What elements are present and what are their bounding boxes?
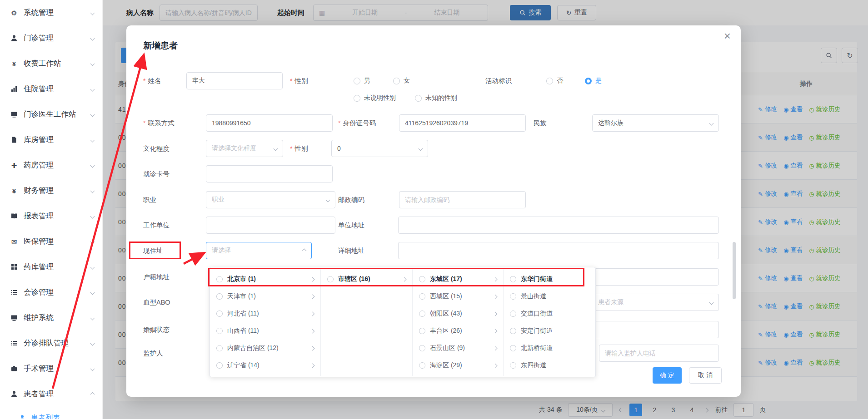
gender-unstated-radio[interactable]: 未说明性别 xyxy=(354,94,396,102)
cascader-item-donghuamen[interactable]: 东华门街道 xyxy=(504,271,596,288)
radio-icon xyxy=(510,362,516,369)
cancel-button[interactable]: 取 消 xyxy=(689,367,722,384)
work-unit-input[interactable] xyxy=(206,217,335,234)
cascader-item-tianjin[interactable]: 天津市 (1) xyxy=(210,288,320,305)
cascader-item-liaoning[interactable]: 辽宁省 (14) xyxy=(210,357,320,374)
visit-card-input[interactable] xyxy=(206,165,333,182)
radio-icon xyxy=(419,345,425,351)
sidebar-item-label: 维护系统 xyxy=(24,313,54,323)
detail-address-input[interactable] xyxy=(398,242,719,259)
detail-address-label: 详细地址 xyxy=(338,242,364,259)
postal-input[interactable] xyxy=(399,191,526,208)
cascader-item-fengtai[interactable]: 丰台区 (26) xyxy=(413,322,503,340)
sidebar-item-inpatient[interactable]: 住院管理 xyxy=(0,76,102,102)
sidebar-item-charging[interactable]: ¥ 收费工作站 xyxy=(0,51,102,76)
sidebar-item-surgery[interactable]: 手术管理 xyxy=(0,356,102,381)
yen-icon: ¥ xyxy=(10,59,18,68)
active-no-radio[interactable]: 否 xyxy=(546,77,563,85)
active-yes-radio[interactable]: 是 xyxy=(585,77,602,85)
radio-icon xyxy=(419,293,425,300)
sidebar-item-drug-store[interactable]: 药库管理 xyxy=(0,254,102,280)
radio-icon xyxy=(327,276,334,282)
close-icon[interactable]: × xyxy=(724,30,731,42)
chevron-right-icon xyxy=(493,311,498,316)
c ascader-item-dongsi[interactable]: 东四街道 xyxy=(504,357,596,374)
gender-female-radio[interactable]: 女 xyxy=(393,77,410,85)
sidebar-item-triage-queue[interactable]: 分诊排队管理 xyxy=(0,330,102,356)
gender-unknown-radio[interactable]: 未知的性别 xyxy=(415,94,457,102)
chevron-right-icon xyxy=(310,363,315,368)
grid-icon xyxy=(10,263,18,271)
cascader-item-xicheng[interactable]: 西城区 (15) xyxy=(413,288,503,305)
sidebar-item-label: 药房管理 xyxy=(24,160,54,170)
gender2-label: 性别 xyxy=(290,140,308,157)
id-number-input[interactable] xyxy=(399,114,526,132)
dialog-title: 新增患者 xyxy=(143,40,178,52)
cascader-item-shixiaqu[interactable]: 市辖区 (16) xyxy=(321,271,412,288)
sidebar-item-warehouse[interactable]: 库房管理 xyxy=(0,127,102,153)
ethnicity-select[interactable]: 达斡尔族 xyxy=(592,114,719,132)
sidebar-item-maintenance[interactable]: 维护系统 xyxy=(0,305,102,330)
sidebar-item-insurance[interactable]: ✉ 医保管理 xyxy=(0,229,102,254)
contact-input[interactable] xyxy=(206,114,333,132)
list-icon xyxy=(10,339,18,347)
sidebar-item-pharmacy[interactable]: ✚ 药房管理 xyxy=(0,153,102,178)
name-input[interactable] xyxy=(186,72,283,89)
chevron-down-icon xyxy=(90,239,95,244)
modal-scrollbar[interactable] xyxy=(733,242,736,299)
sidebar-item-patient-list[interactable]: 患者列表 xyxy=(0,407,102,419)
chevron-down-icon xyxy=(90,61,95,66)
chevron-right-icon xyxy=(310,294,315,299)
cascader-item-haidian[interactable]: 海淀区 (29) xyxy=(413,357,503,374)
cascader-item-dongcheng[interactable]: 东城区 (17) xyxy=(413,271,503,288)
sidebar-item-report[interactable]: 报表管理 xyxy=(0,203,102,229)
sidebar-item-label: 库房管理 xyxy=(24,135,54,145)
visit-card-label: 就诊卡号 xyxy=(143,165,170,182)
monitor-icon xyxy=(10,110,18,118)
radio-icon xyxy=(216,276,223,282)
chevron-right-icon xyxy=(493,294,498,299)
sidebar-item-outpatient-doctor[interactable]: 门诊医生工作站 xyxy=(0,102,102,127)
cascader-item-beijing[interactable]: 北京市 (1) xyxy=(210,271,320,288)
occupation-select[interactable]: 职业 xyxy=(206,191,335,208)
cascader-item-shanxi[interactable]: 山西省 (11) xyxy=(210,322,320,340)
sidebar-item-patient[interactable]: 患者管理 xyxy=(0,381,102,407)
monitor-icon xyxy=(10,314,18,322)
occupation-label: 职业 xyxy=(143,191,156,208)
sidebar-item-finance[interactable]: ¥ 财务管理 xyxy=(0,178,102,203)
sidebar-item-consultation[interactable]: 会诊管理 xyxy=(0,280,102,305)
radio-icon xyxy=(216,328,223,334)
marital-status-label: 婚姻状态 xyxy=(143,321,170,338)
radio-icon xyxy=(216,345,223,351)
cascader-item-shijingshan[interactable]: 石景山区 (9) xyxy=(413,340,503,357)
current-address-cascader-select[interactable]: 请选择 xyxy=(206,242,312,259)
cascader-item-jingshan[interactable]: 景山街道 xyxy=(504,288,596,305)
blood-type-label: 血型ABO xyxy=(143,294,170,311)
cascader-item-neimenggu[interactable]: 内蒙古自治区 (12) xyxy=(210,340,320,357)
unit-address-input[interactable] xyxy=(398,217,719,234)
chevron-down-icon xyxy=(90,315,95,320)
sidebar-item-outpatient[interactable]: 门诊管理 xyxy=(0,25,102,51)
chevron-down-icon xyxy=(90,341,95,345)
radio-icon xyxy=(419,362,425,369)
cascader-item-beixinqiao[interactable]: 北新桥街道 xyxy=(504,340,596,357)
confirm-button[interactable]: 确 定 xyxy=(653,367,682,384)
guardian-phone-input[interactable] xyxy=(599,345,719,362)
cascader-item-jiaodaokou[interactable]: 交道口街道 xyxy=(504,305,596,322)
cascader-item-chaoyang[interactable]: 朝阳区 (43) xyxy=(413,305,503,322)
person-icon xyxy=(10,34,18,42)
chevron-down-icon xyxy=(90,138,95,142)
gender2-select[interactable]: 0 xyxy=(331,140,428,157)
gender-male-radio[interactable]: 男 xyxy=(354,77,370,85)
chevron-down-icon xyxy=(709,300,714,305)
radio-icon xyxy=(216,293,223,300)
education-select[interactable]: 请选择文化程度 xyxy=(206,140,283,157)
cascader-item-andingmen[interactable]: 安定门街道 xyxy=(504,322,596,340)
patient-source-select[interactable]: 患者来源 xyxy=(592,294,719,311)
sidebar-item-label: 财务管理 xyxy=(24,186,54,196)
cascader-street-column: 东华门街道 景山街道 交道口街道 安定门街道 北新桥街道 东四街道 xyxy=(504,268,596,376)
sidebar-item-label: 患者管理 xyxy=(24,389,54,399)
work-unit-label: 工作单位 xyxy=(143,217,170,234)
cascader-item-hebei[interactable]: 河北省 (11) xyxy=(210,305,320,322)
sidebar-item-system[interactable]: ⚙ 系统管理 xyxy=(0,0,102,25)
